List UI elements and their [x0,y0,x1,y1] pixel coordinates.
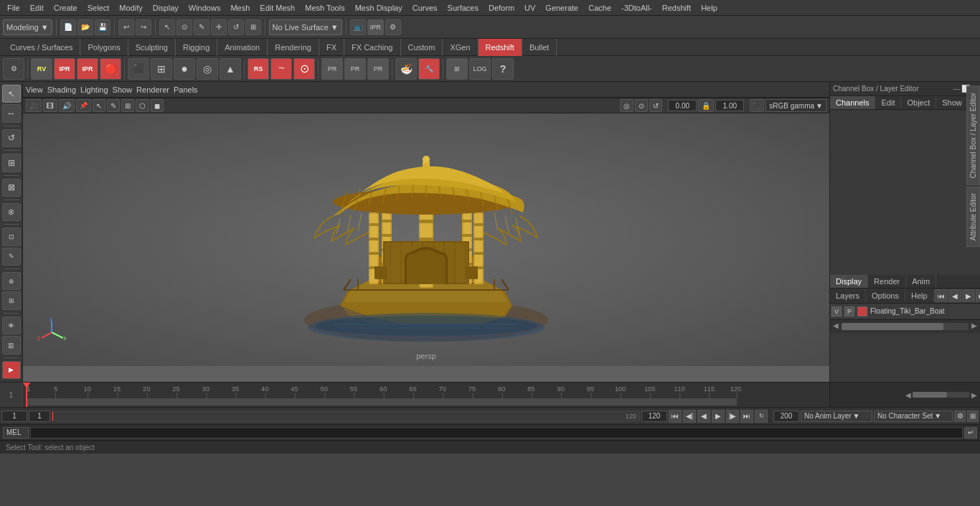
shelf-tab-fx-caching[interactable]: FX Caching [344,39,400,56]
layer-tool[interactable]: ▥ [2,336,21,354]
transform-tool[interactable]: ↔ [2,104,21,122]
script-type-dropdown[interactable]: MEL [3,427,29,439]
ipr-render-button[interactable]: IPR [367,19,384,35]
shelf-icon-rs-mat[interactable]: ⊞ [446,58,468,80]
vt-circle-2-btn[interactable]: ⊙ [635,99,648,112]
menu-file[interactable]: File [3,2,24,14]
shelf-icon-cube[interactable]: ⬛ [128,58,149,80]
anim-layer-dropdown[interactable]: No Anim Layer ▼ [801,411,872,422]
layer-subtab-layers[interactable]: Layers [830,289,866,302]
new-scene-button[interactable]: 📄 [60,19,76,35]
pb-go-end-btn[interactable]: ⏭ [740,410,753,423]
vt-audio-btn[interactable]: 🔊 [59,99,75,112]
shelf-icon-rs-circle[interactable]: ⊙ [293,58,315,80]
layer-tab-render[interactable]: Render [868,275,906,288]
undo-button[interactable]: ↩ [118,19,134,35]
scale-tool-button[interactable]: ⊞ [245,19,261,35]
menu-select[interactable]: Select [83,2,114,14]
rotate-tool[interactable]: ↺ [2,129,21,147]
shelf-tab-rigging[interactable]: Rigging [176,39,217,56]
pb-loop-btn[interactable]: ↻ [755,410,768,423]
shelf-icon-ipr-cam[interactable]: IPR [54,58,75,80]
layer-tab-anim[interactable]: Anim [906,275,936,288]
layer-scrollbar-track[interactable] [842,323,969,330]
rotation-y-input[interactable] [715,100,744,111]
menu-mesh-tools[interactable]: Mesh Tools [301,2,349,14]
redo-button[interactable]: ↪ [136,19,151,35]
shelf-tab-bullet[interactable]: Bullet [522,39,557,56]
viewport-menu-shading[interactable]: Shading [47,85,76,94]
vt-shaded-btn[interactable]: ◼ [151,99,164,112]
pb-play-fwd-btn[interactable]: ▶ [712,410,725,423]
select-tool-button[interactable]: ↖ [159,19,175,35]
shelf-icon-rv[interactable]: RV [31,58,52,80]
shelf-tab-redshift[interactable]: Redshift [479,39,522,56]
menu-edit-mesh[interactable]: Edit Mesh [255,2,299,14]
menu-deform[interactable]: Deform [484,2,519,14]
shelf-icon-sphere[interactable]: ● [174,58,195,80]
open-scene-button[interactable]: 📂 [77,19,93,35]
universal-tool[interactable]: ⊠ [2,179,21,197]
paint-tool[interactable]: ✎ [2,248,21,266]
menu-mesh[interactable]: Mesh [226,2,254,14]
layer-icon-prev[interactable]: ◀ [948,289,961,302]
viewport-menu-lighting[interactable]: Lighting [80,85,108,94]
vt-rotate-btn[interactable]: ↺ [649,99,662,112]
shelf-icon-rs-box[interactable]: RS [248,58,269,80]
vt-paint-btn[interactable]: ✎ [107,99,120,112]
menu-curves[interactable]: Curves [408,2,442,14]
vtab-channel-box[interactable]: Channel Box / Layer Editor [966,86,980,185]
vt-lock-btn[interactable]: 🔒 [698,99,714,112]
lasso-select-button[interactable]: ⊙ [176,19,192,35]
pb-step-back-btn[interactable]: ◀| [683,410,696,423]
vt-camera-btn[interactable]: 🎥 [26,99,42,112]
timeline-scrubber[interactable]: 1 5 10 15 20 25 30 35 40 45 50 55 60 [23,383,829,407]
timeline-scrollbar[interactable] [913,392,970,398]
ch-tab-channels[interactable]: Channels [830,96,875,109]
ch-tab-object[interactable]: Object [901,96,936,109]
render-icon[interactable]: ▶ [2,361,21,379]
layer-tab-display[interactable]: Display [830,275,868,288]
menu-surfaces[interactable]: Surfaces [443,2,483,14]
viewport-menu-view[interactable]: View [26,85,43,94]
shelf-tab-rendering[interactable]: Rendering [268,39,319,56]
save-scene-button[interactable]: 💾 [95,19,110,35]
viewport-menu-renderer[interactable]: Renderer [136,85,169,94]
menu-help[interactable]: Help [697,2,722,14]
move-tool-button[interactable]: ✛ [211,19,227,35]
shelf-icon-help[interactable]: ? [492,58,514,80]
playback-end-input[interactable] [641,411,667,422]
menu-windows[interactable]: Windows [184,2,225,14]
shelf-tab-fx[interactable]: FX [319,39,344,56]
layer-pickable-btn[interactable]: P [844,306,854,317]
menu-edit[interactable]: Edit [26,2,48,14]
snap-tool[interactable]: ⊕ [2,272,21,290]
command-submit-btn[interactable]: ↵ [964,427,977,439]
show-hide-tool[interactable]: 👁 [2,317,21,334]
viewport-menu-show[interactable]: Show [113,85,133,94]
shelf-tab-animation[interactable]: Animation [217,39,268,56]
vt-select-btn[interactable]: ↖ [93,99,105,112]
menu-redshift[interactable]: Redshift [658,2,695,14]
shelf-icon-bowl[interactable]: 🍜 [395,58,417,80]
menu-cache[interactable]: Cache [584,2,616,14]
menu-create[interactable]: Create [50,2,82,14]
char-set-dropdown[interactable]: No Character Set ▼ [874,411,953,422]
shelf-icon-torus[interactable]: ◎ [197,58,218,80]
menu-modify[interactable]: Modify [115,2,146,14]
layer-scroll-right-btn[interactable]: ▶ [971,322,977,332]
live-surface-dropdown[interactable]: No Live Surface ▼ [269,19,342,35]
menu-display[interactable]: Display [149,2,183,14]
vtab-attribute-editor[interactable]: Attribute Editor [966,187,980,247]
layer-scroll-left-btn[interactable]: ◀ [833,322,839,332]
ch-tab-show[interactable]: Show [936,96,969,109]
shelf-icon-ipr[interactable]: IPR [77,58,98,80]
layer-subtab-help[interactable]: Help [905,289,934,302]
color-space-dropdown[interactable]: sRGB gamma ▼ [765,99,826,112]
total-frames-input[interactable] [773,411,799,422]
vt-film-btn[interactable]: 🎞 [43,99,57,112]
timeline-scroll-left-btn[interactable]: ◀ [905,391,911,399]
shelf-icon-rs-wave[interactable]: 〜 [270,58,292,80]
shelf-tab-sculpting[interactable]: Sculpting [128,39,176,56]
current-frame-input[interactable] [1,411,27,422]
